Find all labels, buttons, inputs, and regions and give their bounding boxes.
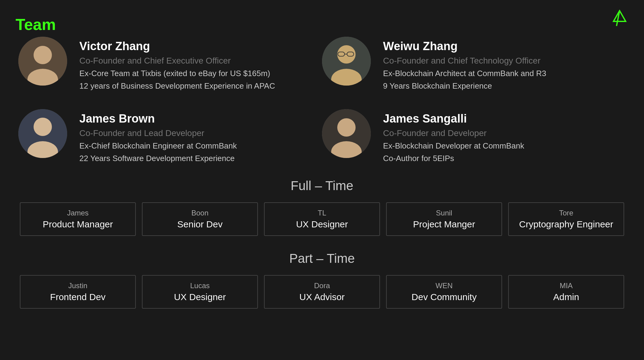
team-role-tl: UX Designer (296, 219, 348, 230)
founder-detail-james-brown-1: 22 Years Software Development Experience (79, 154, 237, 163)
team-name-james: James (67, 209, 89, 217)
founder-detail-james-sangalli-0: Ex-Blockchain Developer at CommBank (383, 141, 524, 151)
founder-info-victor: Victor Zhang Co-Founder and Chief Execut… (79, 37, 275, 91)
team-role-justin: Frontend Dev (50, 292, 106, 302)
svg-point-6 (34, 118, 52, 136)
founder-detail-weiwu-1: 9 Years Blockchain Experience (383, 81, 546, 91)
team-card-mia: MIA Admin (508, 275, 624, 309)
fulltime-row: James Product Manager Boon Senior Dev TL… (0, 202, 644, 236)
founder-detail-james-brown-0: Ex-Chief Blockchain Engineer at CommBank (79, 141, 237, 151)
fulltime-header: Full – Time (0, 178, 644, 193)
founders-left: Victor Zhang Co-Founder and Chief Execut… (18, 37, 322, 163)
team-name-tore: Tore (559, 209, 573, 217)
founder-name-victor: Victor Zhang (79, 40, 275, 53)
avatar-james-sangalli (322, 109, 371, 158)
team-card-tl: TL UX Designer (264, 202, 380, 236)
team-role-wen: Dev Community (411, 292, 476, 302)
team-card-justin: Justin Frontend Dev (20, 275, 136, 309)
founder-detail-james-sangalli-1: Co-Author for 5EIPs (383, 154, 524, 163)
team-card-sunil: Sunil Project Manger (386, 202, 502, 236)
avatar-james-brown (18, 109, 67, 158)
founder-card-james-sangalli: James Sangalli Co-Founder and Developer … (322, 109, 626, 163)
founder-title-james-sangalli: Co-Founder and Developer (383, 128, 524, 138)
founders-section: Victor Zhang Co-Founder and Chief Execut… (0, 0, 644, 163)
team-name-wen: WEN (436, 281, 453, 290)
parttime-row: Justin Frontend Dev Lucas UX Designer Do… (0, 275, 644, 309)
team-role-tore: Cryptography Engineer (519, 219, 613, 230)
team-role-lucas: UX Designer (174, 292, 226, 302)
founder-detail-victor-1: 12 years of Business Development Experie… (79, 81, 275, 91)
founder-name-james-brown: James Brown (79, 112, 237, 125)
founder-info-weiwu: Weiwu Zhang Co-Founder and Chief Technol… (383, 37, 546, 91)
team-role-mia: Admin (553, 292, 579, 302)
founder-card-weiwu: Weiwu Zhang Co-Founder and Chief Technol… (322, 37, 626, 91)
team-card-lucas: Lucas UX Designer (142, 275, 258, 309)
team-role-boon: Senior Dev (177, 219, 223, 230)
founder-title-weiwu: Co-Founder and Chief Technology Officer (383, 56, 546, 66)
founder-card-victor: Victor Zhang Co-Founder and Chief Execut… (18, 37, 322, 91)
founder-title-james-brown: Co-Founder and Lead Developer (79, 128, 237, 138)
team-name-dora: Dora (314, 281, 330, 290)
team-card-tore: Tore Cryptography Engineer (508, 202, 624, 236)
team-name-boon: Boon (191, 209, 208, 217)
team-card-boon: Boon Senior Dev (142, 202, 258, 236)
team-name-lucas: Lucas (190, 281, 210, 290)
team-role-dora: UX Advisor (299, 292, 345, 302)
team-role-sunil: Project Manger (413, 219, 475, 230)
founder-detail-weiwu-0: Ex-Blockchain Architect at CommBank and … (383, 69, 546, 78)
avatar-victor (18, 37, 67, 86)
avatar-weiwu (322, 37, 371, 86)
team-card-wen: WEN Dev Community (386, 275, 502, 309)
founder-name-james-sangalli: James Sangalli (383, 112, 524, 125)
team-name-tl: TL (318, 209, 326, 217)
team-role-james: Product Manager (43, 219, 113, 230)
founder-detail-victor-0: Ex-Core Team at Tixbis (exited to eBay f… (79, 69, 275, 78)
team-card-james: James Product Manager (20, 202, 136, 236)
founder-title-victor: Co-Founder and Chief Executive Officer (79, 56, 275, 66)
founder-card-james-brown: James Brown Co-Founder and Lead Develope… (18, 109, 322, 163)
founder-info-james-brown: James Brown Co-Founder and Lead Develope… (79, 109, 237, 163)
parttime-header: Part – Time (0, 251, 644, 266)
team-name-justin: Justin (68, 281, 88, 290)
team-name-mia: MIA (560, 281, 573, 290)
founder-info-james-sangalli: James Sangalli Co-Founder and Developer … (383, 109, 524, 163)
founder-name-weiwu: Weiwu Zhang (383, 40, 546, 53)
team-card-dora: Dora UX Advisor (264, 275, 380, 309)
founders-right: Weiwu Zhang Co-Founder and Chief Technol… (322, 37, 626, 163)
logo-icon (610, 9, 629, 28)
svg-point-15 (337, 118, 356, 137)
svg-point-3 (34, 46, 52, 64)
team-name-sunil: Sunil (436, 209, 452, 217)
page-title: Team (16, 15, 56, 34)
